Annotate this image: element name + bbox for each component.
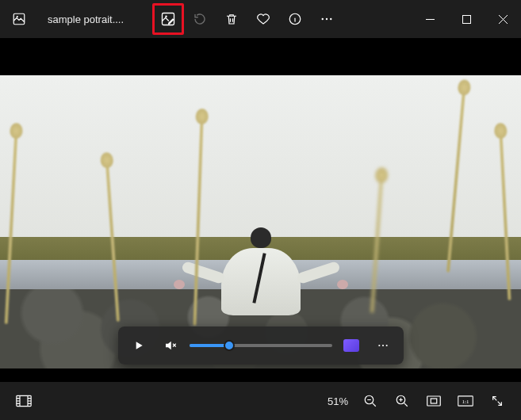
fullscreen-button[interactable] xyxy=(481,385,513,417)
svg-point-10 xyxy=(381,345,383,346)
zoom-out-button[interactable] xyxy=(354,385,386,417)
svg-rect-15 xyxy=(427,396,441,406)
image-viewer xyxy=(0,38,521,382)
svg-point-7 xyxy=(330,18,331,20)
progress-slider[interactable] xyxy=(190,338,332,353)
clip-button[interactable] xyxy=(339,333,364,358)
svg-text:1:1: 1:1 xyxy=(462,399,469,404)
photo-content[interactable] xyxy=(0,75,521,368)
svg-point-9 xyxy=(378,345,380,346)
titlebar: sample potrait.... xyxy=(0,0,521,38)
zoom-percent: 51% xyxy=(321,395,354,407)
mute-button[interactable] xyxy=(158,333,183,358)
statusbar: 51% 1:1 xyxy=(0,382,521,420)
file-tab[interactable]: sample potrait.... xyxy=(38,0,136,38)
svg-point-3 xyxy=(165,15,167,17)
play-button[interactable] xyxy=(126,333,151,358)
zoom-in-button[interactable] xyxy=(386,385,418,417)
edit-image-button[interactable] xyxy=(152,3,184,35)
close-button[interactable] xyxy=(485,6,521,32)
svg-rect-8 xyxy=(462,15,470,23)
media-more-button[interactable] xyxy=(370,333,396,358)
delete-button[interactable] xyxy=(216,3,247,35)
svg-point-11 xyxy=(385,345,387,346)
info-button[interactable] xyxy=(279,3,311,35)
filmstrip-button[interactable] xyxy=(8,385,40,417)
clip-icon xyxy=(343,339,359,352)
svg-point-5 xyxy=(322,18,324,20)
top-toolbar xyxy=(152,3,343,35)
svg-rect-16 xyxy=(431,399,437,403)
rotate-button xyxy=(184,3,216,35)
svg-point-1 xyxy=(17,16,18,17)
actual-size-button[interactable]: 1:1 xyxy=(450,385,481,417)
gallery-button[interactable] xyxy=(0,0,38,38)
more-button[interactable] xyxy=(311,3,343,35)
svg-point-6 xyxy=(326,18,328,20)
minimize-button[interactable] xyxy=(412,6,448,32)
fit-button[interactable] xyxy=(418,385,450,417)
media-controls xyxy=(118,326,404,365)
tab-title: sample potrait.... xyxy=(48,13,124,25)
window-controls xyxy=(412,6,521,32)
favorite-button[interactable] xyxy=(247,3,279,35)
maximize-button[interactable] xyxy=(448,6,485,32)
